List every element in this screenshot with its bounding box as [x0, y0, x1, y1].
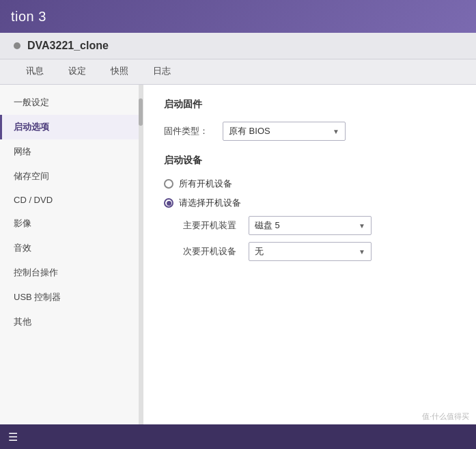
secondary-device-value: 无 — [255, 245, 264, 258]
primary-device-value: 磁盘 5 — [255, 219, 280, 232]
sidebar-item-image[interactable]: 影像 — [0, 211, 143, 236]
secondary-dropdown-arrow: ▼ — [359, 248, 365, 256]
firmware-label: 固件类型： — [164, 125, 212, 137]
sidebar-item-storage[interactable]: 储存空间 — [0, 164, 143, 189]
sidebar-item-cddvd[interactable]: CD / DVD — [0, 189, 143, 211]
main-content: 一般设定 启动选项 网络 储存空间 CD / DVD 影像 音效 控制台操作 U… — [0, 85, 476, 446]
sidebar-item-usb[interactable]: USB 控制器 — [0, 285, 143, 310]
right-panel: 启动固件 固件类型： 原有 BIOS ▼ 启动设备 所有开机设备 请选择开机设备… — [143, 85, 476, 446]
sidebar-item-network[interactable]: 网络 — [0, 139, 143, 164]
sidebar-item-general[interactable]: 一般设定 — [0, 90, 143, 115]
all-devices-label: 所有开机设备 — [179, 178, 232, 190]
tab-info[interactable]: 讯息 — [14, 59, 56, 84]
hamburger-icon[interactable]: ☰ — [8, 431, 18, 444]
vm-status-dot — [14, 42, 20, 49]
vm-name: DVA3221_clone — [27, 40, 109, 52]
select-device-label: 请选择开机设备 — [179, 197, 241, 209]
secondary-device-row: 次要开机设备 无 ▼ — [183, 242, 456, 261]
firmware-row: 固件类型： 原有 BIOS ▼ — [164, 122, 456, 141]
vm-header: DVA3221_clone — [0, 33, 476, 59]
secondary-device-label: 次要开机设备 — [183, 245, 238, 258]
sidebar-scrollbar-thumb[interactable] — [139, 98, 143, 126]
tab-snapshot[interactable]: 快照 — [98, 59, 141, 84]
sidebar: 一般设定 启动选项 网络 储存空间 CD / DVD 影像 音效 控制台操作 U… — [0, 85, 143, 446]
tabs-row: 讯息 设定 快照 日志 — [0, 59, 476, 85]
radio-all-devices[interactable] — [164, 179, 173, 189]
radio-select-device[interactable] — [164, 198, 173, 208]
primary-device-row: 主要开机装置 磁盘 5 ▼ — [183, 216, 456, 235]
primary-device-label: 主要开机装置 — [183, 219, 238, 232]
radio-all-devices-row: 所有开机设备 — [164, 178, 456, 190]
tab-settings[interactable]: 设定 — [56, 59, 98, 84]
firmware-dropdown-arrow: ▼ — [333, 128, 339, 135]
secondary-device-dropdown[interactable]: 无 ▼ — [249, 242, 372, 261]
title-text: tion 3 — [11, 9, 46, 25]
primary-device-dropdown[interactable]: 磁盘 5 ▼ — [249, 216, 372, 235]
sidebar-item-boot[interactable]: 启动选项 — [0, 115, 143, 139]
watermark: 值·什么值得买 — [422, 411, 469, 422]
primary-dropdown-arrow: ▼ — [359, 222, 365, 230]
firmware-value: 原有 BIOS — [229, 125, 270, 137]
tab-log[interactable]: 日志 — [141, 59, 183, 84]
sidebar-scrollbar — [139, 85, 143, 446]
boot-firmware-title: 启动固件 — [164, 98, 456, 111]
title-bar: tion 3 — [0, 0, 476, 33]
sidebar-item-audio[interactable]: 音效 — [0, 236, 143, 260]
boot-device-title: 启动设备 — [164, 154, 456, 167]
sidebar-item-console[interactable]: 控制台操作 — [0, 260, 143, 285]
bottom-bar: ☰ — [0, 424, 476, 449]
sidebar-item-other[interactable]: 其他 — [0, 310, 143, 334]
firmware-dropdown[interactable]: 原有 BIOS ▼ — [223, 122, 346, 141]
radio-select-device-row: 请选择开机设备 — [164, 197, 456, 209]
